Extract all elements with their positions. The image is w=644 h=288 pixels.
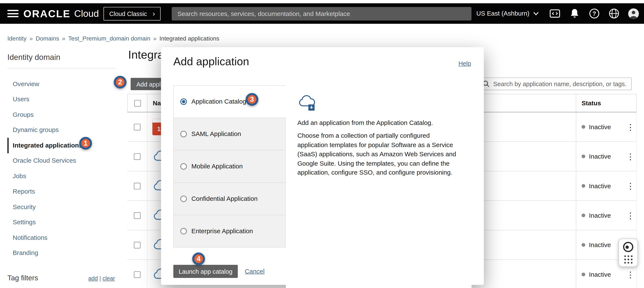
notifications-bell-icon[interactable]	[569, 8, 580, 19]
camera-lens-icon[interactable]	[623, 242, 633, 252]
tag-links-divider: |	[100, 275, 101, 282]
oracle-cloud-console: ORACLE Cloud Cloud Classic › US East (As…	[0, 0, 644, 288]
dots-grid-icon[interactable]	[624, 255, 632, 263]
radio-option-application-catalog[interactable]: Application Catalog	[173, 85, 286, 118]
oracle-cloud-logo[interactable]: ORACLE Cloud	[24, 3, 99, 24]
modal-title: Add application	[173, 55, 249, 68]
breadcrumb-domain-name[interactable]: Test_Premium_domain domain	[68, 35, 150, 42]
radio-option-enterprise-application[interactable]: Enterprise Application	[173, 215, 286, 248]
svg-text:?: ?	[592, 10, 596, 17]
region-selector[interactable]: US East (Ashburn)	[476, 10, 539, 17]
sidebar-nav: Overview Users Groups Dynamic groups Int…	[8, 76, 123, 261]
breadcrumb-current: Integrated applications	[159, 35, 219, 42]
row-actions-kebab-icon[interactable]: ⋮	[624, 171, 637, 201]
row-checkbox[interactable]	[134, 242, 140, 248]
status-label: Inactive	[589, 182, 611, 190]
tag-add-link[interactable]: add	[88, 275, 98, 282]
option-label: SAML Application	[192, 130, 241, 138]
application-type-options: Application Catalog SAML Application Mob…	[173, 85, 286, 248]
sidebar-item-jobs[interactable]: Jobs	[8, 168, 123, 184]
description-title: Add an application from the Application …	[297, 119, 459, 127]
add-application-modal: Add application Help Application Catalog…	[161, 47, 484, 285]
cloud-classic-label: Cloud Classic	[109, 10, 147, 17]
region-label: US East (Ashburn)	[476, 10, 529, 17]
sidebar-item-dynamic-groups[interactable]: Dynamic groups	[8, 122, 123, 138]
status-label: Inactive	[589, 241, 611, 249]
sidebar-item-integrated-applications[interactable]: Integrated applications	[8, 138, 123, 153]
sidebar-title: Identity domain	[8, 53, 60, 62]
sidebar-item-users[interactable]: Users	[8, 92, 123, 107]
option-label: Enterprise Application	[192, 227, 253, 235]
breadcrumb-separator: »	[153, 35, 156, 42]
radio-option-confidential-application[interactable]: Confidential Application	[173, 182, 286, 215]
radio-icon[interactable]	[180, 228, 187, 235]
radio-option-mobile-application[interactable]: Mobile Application	[173, 150, 286, 183]
status-label: Inactive	[589, 212, 611, 219]
status-label: Inactive	[589, 153, 611, 160]
status-column-header[interactable]: Status	[576, 94, 624, 112]
sidebar-item-security[interactable]: Security	[8, 199, 123, 214]
row-checkbox[interactable]	[134, 212, 140, 219]
row-checkbox[interactable]	[134, 183, 140, 189]
sidebar-item-oracle-cloud-services[interactable]: Oracle Cloud Services	[8, 153, 123, 168]
row-checkbox[interactable]	[134, 124, 140, 130]
cloud-wordmark: Cloud	[74, 8, 99, 19]
sidebar-item-overview[interactable]: Overview	[8, 76, 123, 92]
row-actions-kebab-icon[interactable]: ⋮	[624, 112, 637, 142]
option-label: Application Catalog	[192, 98, 246, 106]
floating-capture-widget[interactable]	[618, 239, 638, 267]
select-all-checkbox[interactable]	[134, 100, 141, 106]
row-actions-kebab-icon[interactable]: ⋮	[624, 201, 637, 230]
chevron-right-icon: ›	[153, 10, 155, 17]
row-checkbox[interactable]	[134, 271, 140, 278]
status-label: Inactive	[589, 271, 611, 278]
launch-app-catalog-button[interactable]: Launch app catalog	[173, 265, 238, 278]
status-dot	[582, 243, 585, 247]
breadcrumb-identity[interactable]: Identity	[8, 35, 27, 42]
modal-help-link[interactable]: Help	[458, 60, 471, 67]
language-globe-icon[interactable]	[608, 8, 620, 19]
table-search-input[interactable]	[492, 80, 628, 88]
developer-tools-icon[interactable]	[549, 8, 560, 19]
radio-icon[interactable]	[180, 131, 187, 137]
status-dot	[582, 125, 585, 129]
annotation-badge-1: 1	[79, 137, 92, 150]
cloud-classic-button[interactable]: Cloud Classic ›	[104, 7, 161, 20]
sidebar-item-branding[interactable]: Branding	[8, 245, 123, 261]
hamburger-menu-icon[interactable]	[8, 10, 18, 17]
status-label: Inactive	[589, 123, 611, 131]
oracle-wordmark: ORACLE	[24, 8, 70, 20]
radio-icon[interactable]	[180, 163, 187, 170]
breadcrumb-domains[interactable]: Domains	[36, 35, 59, 42]
status-dot	[582, 184, 585, 188]
radio-option-saml-application[interactable]: SAML Application	[173, 118, 286, 150]
radio-selected-icon[interactable]	[180, 98, 187, 105]
sidebar-item-settings[interactable]: Settings	[8, 215, 123, 230]
sidebar-item-reports[interactable]: Reports	[8, 184, 123, 199]
radio-icon[interactable]	[180, 195, 187, 202]
cancel-link[interactable]: Cancel	[245, 268, 265, 275]
sidebar-divider	[8, 68, 116, 68]
breadcrumb: Identity » Domains » Test_Premium_domain…	[8, 35, 219, 42]
global-search-input[interactable]	[172, 7, 472, 20]
row-checkbox[interactable]	[134, 153, 140, 160]
row-actions-kebab-icon[interactable]: ⋮	[624, 142, 637, 171]
option-label: Mobile Application	[192, 163, 243, 170]
breadcrumb-separator: »	[62, 35, 65, 42]
option-label: Confidential Application	[192, 195, 258, 202]
help-icon[interactable]: ?	[588, 8, 600, 19]
annotation-badge-2: 2	[114, 76, 127, 89]
status-dot	[582, 273, 585, 276]
status-dot	[582, 214, 585, 217]
sidebar-item-groups[interactable]: Groups	[8, 107, 123, 122]
profile-avatar[interactable]	[628, 8, 639, 19]
application-catalog-icon	[297, 94, 318, 112]
status-dot	[582, 154, 585, 158]
option-description-panel: Add an application from the Application …	[286, 86, 472, 288]
breadcrumb-separator: »	[30, 35, 33, 42]
sidebar-item-notifications[interactable]: Notifications	[8, 230, 123, 245]
tag-filters-row: Tag filters add | clear	[8, 274, 115, 282]
tag-filters-label: Tag filters	[8, 274, 38, 282]
annotation-badge-3: 3	[246, 93, 258, 106]
tag-clear-link[interactable]: clear	[102, 275, 115, 282]
